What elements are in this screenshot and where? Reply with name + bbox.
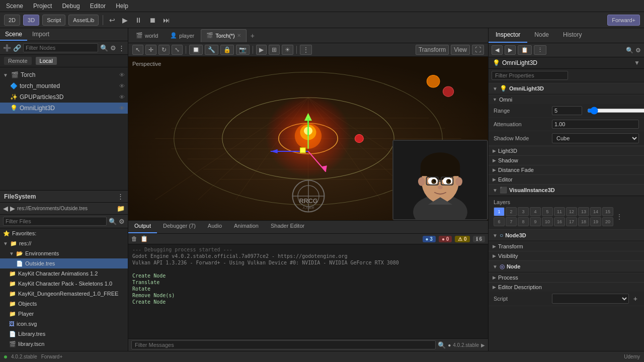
view-btn[interactable]: View xyxy=(451,45,470,55)
more-icon[interactable]: ⋮ xyxy=(118,44,125,52)
snap-btn[interactable]: 🔧 xyxy=(205,45,218,55)
play-scene-btn[interactable]: ▶ xyxy=(256,45,267,55)
scale-mode-btn[interactable]: ⤡ xyxy=(172,45,183,55)
editor-desc-subsection[interactable]: ▶ Editor Description xyxy=(489,282,644,292)
layer-btn-18[interactable]: 18 xyxy=(578,217,589,226)
undo-icon[interactable]: ↩ xyxy=(107,15,117,25)
fs-settings-icon[interactable]: ⚙ xyxy=(119,218,125,225)
fs-item-res[interactable]: ▼ 📁 res:// xyxy=(0,238,128,248)
torch-visibility-icon[interactable]: 👁 xyxy=(119,72,125,78)
lock-btn[interactable]: 🔒 xyxy=(220,45,234,55)
more-vp-btn[interactable]: ⋮ xyxy=(300,45,312,55)
process-subsection[interactable]: ▶ Process xyxy=(489,273,644,282)
script-btn[interactable]: Script xyxy=(42,15,65,26)
camera-btn[interactable]: 📷 xyxy=(236,45,250,55)
play-icon[interactable]: ▶ xyxy=(120,15,130,25)
tree-item-torch[interactable]: ▼ 🎬 Torch 👁 xyxy=(0,69,128,80)
tree-item-omnilight[interactable]: 💡 OmniLight3D 👁 xyxy=(0,103,128,114)
visualinstance3d-section[interactable]: ▼ ⬛ VisualInstance3D xyxy=(489,184,644,196)
filter-nodes-input[interactable] xyxy=(23,43,98,52)
fs-item-objects[interactable]: 📁 Objects xyxy=(0,299,128,309)
fs-item-icon-svg[interactable]: 🖼 icon.svg xyxy=(0,319,128,329)
attenuation-input[interactable] xyxy=(552,120,639,129)
layer-btn-20[interactable]: 20 xyxy=(602,217,613,226)
layer-btn-10[interactable]: 10 xyxy=(542,217,553,226)
layer-btn-16[interactable]: 16 xyxy=(554,217,565,226)
add-node-icon[interactable]: ➕ xyxy=(3,44,11,52)
omnilight3d-section[interactable]: ▼ 💡 OmniLight3D xyxy=(489,82,644,95)
omnilight-visibility-icon[interactable]: 👁 xyxy=(119,105,125,111)
pause-icon[interactable]: ⏸ xyxy=(133,15,144,25)
fs-more-icon[interactable]: ⋮ xyxy=(117,193,124,200)
layer-btn-1[interactable]: 1 xyxy=(494,207,505,216)
script-add-icon[interactable]: + xyxy=(632,295,639,303)
layer-btn-14[interactable]: 14 xyxy=(590,207,601,216)
layer-btn-6[interactable]: 6 xyxy=(494,217,505,226)
move-mode-btn[interactable]: ✛ xyxy=(145,45,156,55)
local-btn[interactable]: Local xyxy=(36,57,57,65)
mode-2d-btn[interactable]: 2D xyxy=(4,15,20,26)
fs-search-icon[interactable]: 🔍 xyxy=(109,218,117,225)
rotate-mode-btn[interactable]: ↻ xyxy=(158,45,170,55)
fullscreen-btn[interactable]: ⛶ xyxy=(472,45,484,55)
badge-errors[interactable]: ● 0 xyxy=(439,236,452,242)
viewport-3d[interactable]: Perspective RRCG 人人素材 xyxy=(128,57,488,220)
tab-audio[interactable]: Audio xyxy=(202,221,228,233)
select-mode-btn[interactable]: ↖ xyxy=(132,45,143,55)
layer-btn-3[interactable]: 3 xyxy=(518,207,529,216)
menu-item-editor[interactable]: Editor xyxy=(88,2,108,11)
remote-btn[interactable]: Remote xyxy=(4,57,32,65)
tree-item-gpuparticles[interactable]: ✨ GPUParticles3D 👁 xyxy=(0,92,128,103)
editor-subsection[interactable]: ▶ Editor xyxy=(489,174,644,184)
visibility-subsection[interactable]: ▶ Visibility xyxy=(489,251,644,260)
console-copy-icon[interactable]: 📋 xyxy=(140,235,148,242)
inspector-back-btn[interactable]: ◀ xyxy=(492,45,503,55)
tab-output[interactable]: Output xyxy=(128,221,157,233)
fs-item-library-tscn[interactable]: 🎬 library.tscn xyxy=(0,339,128,349)
shadow-mode-select[interactable]: Cube Dual Paraboloid xyxy=(552,133,639,143)
tab-inspector[interactable]: Inspector xyxy=(489,28,527,43)
badge-warnings[interactable]: ⚠ 0 xyxy=(455,236,469,242)
layer-btn-4[interactable]: 4 xyxy=(530,207,541,216)
search-icon[interactable]: 🔍 xyxy=(100,44,108,52)
fs-item-outside-tres[interactable]: 📄 Outside.tres xyxy=(0,258,128,268)
forward-plus-btn[interactable]: Forward+ xyxy=(607,15,640,26)
console-clear-icon[interactable]: 🗑 xyxy=(131,235,137,242)
layers-more-icon[interactable]: ⋮ xyxy=(615,212,623,221)
inspector-forward-btn[interactable]: ▶ xyxy=(505,45,516,55)
console-filter-search-icon[interactable]: 🔍 xyxy=(438,341,446,349)
fs-item-kaykit-anims[interactable]: 📁 KayKit Character Animations 1.2 xyxy=(0,268,128,279)
layer-btn-11[interactable]: 11 xyxy=(554,207,565,216)
tree-item-torch-mounted[interactable]: 🔷 torch_mounted 👁 xyxy=(0,80,128,92)
mode-3d-btn[interactable]: 3D xyxy=(23,15,39,26)
stop-icon[interactable]: ⏹ xyxy=(147,15,158,25)
fs-nav-back-icon[interactable]: ◀ xyxy=(3,205,8,212)
add-tab-icon[interactable]: + xyxy=(248,31,258,41)
inspector-more-btn[interactable]: ⋮ xyxy=(534,45,546,55)
filter-files-input[interactable] xyxy=(3,217,107,226)
tab-shader-editor[interactable]: Shader Editor xyxy=(265,221,310,233)
tab-debugger[interactable]: Debugger (7) xyxy=(157,221,202,233)
tab-scene[interactable]: Scene xyxy=(0,29,27,41)
local-transform-btn[interactable]: 🔲 xyxy=(189,45,203,55)
omni-subsection[interactable]: ▼ Omni xyxy=(489,95,644,104)
fs-item-favorites[interactable]: ⭐ Favorites: xyxy=(0,228,128,238)
distance-fade-subsection[interactable]: ▶ Distance Fade xyxy=(489,165,644,174)
shadow-subsection[interactable]: ▶ Shadow xyxy=(489,155,644,165)
light3d-subsection[interactable]: ▶ Light3D xyxy=(489,146,644,155)
settings-icon[interactable]: ⚙ xyxy=(110,44,116,52)
filter-messages-input[interactable] xyxy=(131,340,436,349)
fs-item-library-tres[interactable]: 📄 Library.tres xyxy=(0,329,128,339)
transform-subsection[interactable]: ▶ Transform xyxy=(489,241,644,251)
layer-btn-9[interactable]: 9 xyxy=(530,217,541,226)
layer-btn-13[interactable]: 13 xyxy=(578,207,589,216)
fs-item-environments[interactable]: ▼ 📂 Environments xyxy=(0,248,128,258)
range-slider[interactable] xyxy=(587,107,644,115)
layer-btn-2[interactable]: 2 xyxy=(506,207,517,216)
inspector-search-icon[interactable]: 🔍 xyxy=(626,47,633,54)
grid-btn[interactable]: ⊞ xyxy=(269,45,280,55)
menu-item-project[interactable]: Project xyxy=(31,2,54,11)
fs-item-player[interactable]: 📁 Player xyxy=(0,309,128,319)
inspector-history-btn[interactable]: 📋 xyxy=(518,45,532,55)
script-select[interactable] xyxy=(552,294,629,304)
